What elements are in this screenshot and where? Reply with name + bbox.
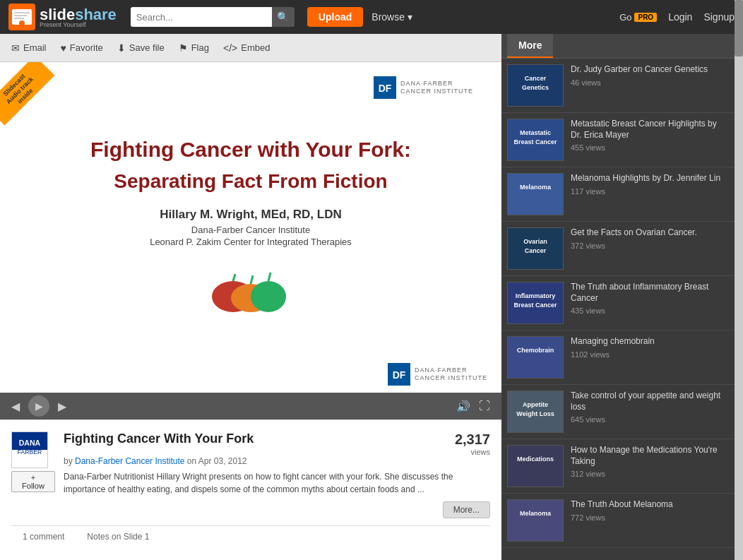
related-thumb: CancerGenetics: [507, 64, 564, 107]
related-info: The Truth About Melanoma 772 views: [571, 499, 729, 542]
notes-tab[interactable]: Notes on Slide 1: [76, 526, 160, 549]
email-icon: ✉: [11, 42, 20, 54]
related-views: 372 views: [571, 242, 729, 250]
svg-text:Breast Cancer: Breast Cancer: [513, 302, 557, 309]
views-label: views: [470, 448, 490, 456]
related-title: How to Manage the Medications You're Tak…: [571, 445, 729, 467]
related-thumb: Medications: [507, 445, 564, 487]
flag-button[interactable]: ⚑ Flag: [179, 42, 209, 54]
follow-button[interactable]: + Follow: [11, 471, 55, 492]
related-views: 117 views: [571, 187, 729, 196]
next-slide-button[interactable]: ▶: [55, 400, 69, 413]
svg-line-13: [268, 273, 271, 281]
browse-chevron-icon: ▾: [408, 11, 412, 23]
info-details: Fighting Cancer With Your Fork 2,317 vie…: [64, 431, 490, 496]
related-item[interactable]: Melanoma The Truth About Melanoma 772 vi…: [501, 494, 735, 548]
search-form: 🔍: [131, 7, 295, 27]
scrollbar-track: [735, 0, 743, 560]
related-title: Dr. Judy Garber on Cancer Genetics: [571, 64, 729, 76]
svg-point-5: [19, 20, 25, 26]
more-description-button[interactable]: More...: [443, 501, 490, 518]
related-item[interactable]: OvarianCancer Get the Facts on Ovarian C…: [501, 222, 735, 276]
sidebar: More CancerGenetics Dr. Judy Garber on C…: [501, 34, 735, 560]
slideshare-logo-icon: [8, 4, 35, 30]
related-title: Take control of your appetite and weight…: [571, 391, 729, 412]
related-views: 435 views: [571, 306, 729, 315]
svg-text:Ovarian: Ovarian: [523, 238, 547, 245]
dana-farber-icon-bottom: DF: [388, 363, 410, 386]
dana-farber-logo-bottom: DF DANA·FARBER CANCER INSTITUTE: [388, 363, 487, 386]
svg-text:DANA: DANA: [19, 439, 41, 447]
related-title: Managing chemobrain: [571, 336, 729, 347]
save-icon: ⬇: [117, 42, 126, 54]
embed-button[interactable]: </> Embed: [223, 42, 270, 54]
related-views: 312 views: [571, 470, 729, 478]
browse-button[interactable]: Browse ▾: [372, 11, 412, 23]
svg-text:Genetics: Genetics: [522, 84, 549, 91]
author-name-link[interactable]: Dana-Farber Cancer Institute: [75, 456, 184, 466]
slideshow-container: Slidecast Audio track inside DF DANA·FAR…: [0, 62, 501, 419]
related-item[interactable]: MetastaticBreast Cancer Metastatic Breas…: [501, 113, 735, 167]
signup-link[interactable]: Signup: [703, 11, 735, 23]
content-area: ✉ Email ♥ Favorite ⬇ Save file ⚑ Flag </…: [0, 34, 501, 560]
login-link[interactable]: Login: [668, 11, 692, 23]
related-item[interactable]: CancerGenetics Dr. Judy Garber on Cancer…: [501, 59, 735, 113]
svg-line-12: [251, 275, 253, 284]
related-thumb: AppetiteWeight Loss: [507, 391, 564, 433]
play-button[interactable]: ▶: [28, 395, 49, 417]
slide-logo-top: DF DANA·FARBER CANCER INSTITUTE: [359, 69, 487, 99]
scrollbar-thumb[interactable]: [735, 0, 743, 56]
related-info: Managing chemobrain 1102 views: [571, 336, 729, 379]
previous-slide-button[interactable]: ◀: [8, 400, 23, 413]
slide-badge-inner: Slidecast Audio track inside: [0, 62, 55, 126]
volume-icon[interactable]: 🔊: [456, 400, 470, 413]
avatar: DANA FARBER: [11, 431, 48, 468]
fullscreen-button[interactable]: ⛶: [476, 400, 493, 412]
controls-bar: ◀ ▶ ▶ 🔊 ⛶: [0, 393, 501, 419]
svg-text:Weight Loss: Weight Loss: [516, 410, 554, 417]
related-title: Metastatic Breast Cancer Highlights by D…: [571, 119, 729, 141]
related-title: The Truth About Melanoma: [571, 499, 729, 511]
save-file-button[interactable]: ⬇ Save file: [117, 42, 165, 54]
related-item[interactable]: AppetiteWeight Loss Take control of your…: [501, 385, 735, 439]
slide-author: Hillary M. Wright, MEd, RD, LDN: [90, 208, 411, 222]
related-item[interactable]: InflammatoryBreast Cancer The Truth abou…: [501, 276, 735, 330]
upload-button[interactable]: Upload: [307, 7, 363, 27]
svg-text:DF: DF: [379, 83, 392, 94]
favorite-button[interactable]: ♥ Favorite: [61, 42, 103, 54]
logo-area: slideshare Present Yourself: [8, 4, 117, 30]
related-title: Melanoma Highlights by Dr. Jennifer Lin: [571, 173, 729, 184]
related-item[interactable]: Medications How to Manage the Medication…: [501, 439, 735, 494]
svg-text:Breast Cancer: Breast Cancer: [513, 138, 557, 145]
related-info: The Truth about Inflammatory Breast Canc…: [571, 282, 729, 324]
related-thumb: MetastaticBreast Cancer: [507, 119, 564, 161]
svg-text:DF: DF: [393, 369, 406, 381]
related-info: Get the Facts on Ovarian Cancer. 372 vie…: [571, 227, 729, 270]
email-button[interactable]: ✉ Email: [11, 42, 47, 54]
svg-rect-2: [14, 12, 30, 13]
related-title: The Truth about Inflammatory Breast Canc…: [571, 282, 729, 304]
related-thumb: Melanoma: [507, 499, 564, 542]
related-item[interactable]: Melanoma Melanoma Highlights by Dr. Jenn…: [501, 167, 735, 222]
info-section: DANA FARBER + Follow Fighting Cancer Wit…: [0, 419, 501, 560]
more-tab[interactable]: More: [507, 34, 553, 58]
svg-text:Melanoma: Melanoma: [520, 510, 552, 517]
dana-farber-icon: DF: [374, 76, 396, 99]
related-thumb: OvarianCancer: [507, 227, 564, 270]
slide-title: Fighting Cancer with Your Fork:: [90, 137, 411, 162]
author-avatar-area: DANA FARBER + Follow: [11, 431, 55, 496]
svg-text:Melanoma: Melanoma: [520, 184, 552, 191]
svg-text:Chemobrain: Chemobrain: [517, 347, 554, 354]
svg-text:Inflammatory: Inflammatory: [516, 292, 556, 299]
related-thumb: Chemobrain: [507, 336, 564, 379]
header: slideshare Present Yourself 🔍 Upload Bro…: [0, 0, 743, 34]
slide-content: Fighting Cancer with Your Fork: Separati…: [76, 123, 425, 332]
search-button[interactable]: 🔍: [272, 7, 295, 27]
svg-line-11: [233, 274, 235, 281]
comments-tab[interactable]: 1 comment: [11, 526, 76, 549]
search-input[interactable]: [131, 7, 272, 27]
related-item[interactable]: Chemobrain Managing chemobrain 1102 view…: [501, 330, 735, 385]
avatar-image: DANA FARBER: [12, 431, 47, 468]
more-tabs-bar: More: [501, 34, 735, 59]
more-btn-row: More...: [11, 501, 490, 518]
